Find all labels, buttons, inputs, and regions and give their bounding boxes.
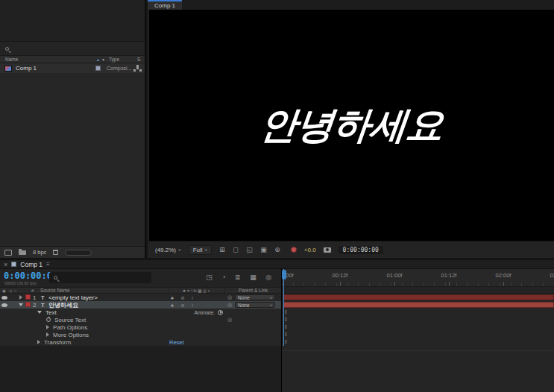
layer-name[interactable]: <empty text layer>: [48, 294, 168, 301]
twirl-icon[interactable]: [16, 295, 25, 300]
transform-label[interactable]: Transform: [44, 339, 71, 346]
layer-number: 2: [33, 302, 41, 309]
column-name[interactable]: Name: [5, 57, 96, 62]
timecode-subtext: 00000 (30.00 fps): [4, 281, 37, 285]
prop-row-more-options[interactable]: More Options: [0, 331, 281, 338]
playhead-handle[interactable]: [282, 270, 286, 279]
parent-value: None: [238, 295, 250, 300]
bit-depth-button[interactable]: 8 bpc: [33, 249, 46, 256]
layer-2-duration-bar[interactable]: [283, 302, 554, 308]
ruler-tick: [503, 282, 504, 286]
prop-row-path-options[interactable]: Path Options: [0, 323, 281, 331]
eye-icon[interactable]: [0, 296, 8, 300]
channels-icon[interactable]: [291, 247, 297, 253]
project-column-header[interactable]: Name ▲ ♦ Type S: [0, 55, 145, 63]
text-group-label[interactable]: Text: [45, 309, 57, 316]
exposure-value[interactable]: +0.0: [304, 247, 316, 253]
column-source-name[interactable]: Source Name: [40, 288, 168, 293]
column-type[interactable]: Type: [109, 57, 137, 62]
column-number: #: [31, 288, 40, 293]
twirl-icon[interactable]: [37, 311, 42, 314]
layer-1-duration-bar[interactable]: [283, 294, 554, 300]
twirl-icon[interactable]: [46, 332, 49, 337]
layer-row-1[interactable]: 1 T <empty text layer> ♣ ⊘ / ◎ None ∨: [0, 294, 281, 301]
parent-dropdown[interactable]: None ∨: [235, 294, 275, 300]
eye-icon[interactable]: [0, 303, 8, 307]
parent-dropdown[interactable]: None ∨: [235, 302, 275, 308]
project-item-comp1[interactable]: Comp 1 Composi...: [0, 63, 145, 73]
twirl-icon[interactable]: [16, 303, 25, 306]
timeline-panel: × Comp 1 ≡ 0:00:00:00 00000 (30.00 fps) …: [0, 260, 554, 392]
snapshot-camera-icon[interactable]: [324, 247, 331, 253]
layer-row-2[interactable]: 2 T 안녕하세요 ♣ ⊘ / ◎ None ∨: [0, 301, 281, 309]
column-size[interactable]: S: [137, 57, 145, 62]
track-row-source-text: I: [282, 316, 554, 323]
project-search-field[interactable]: [0, 42, 145, 55]
prop-row-text-group[interactable]: Text Animate:: [0, 309, 281, 316]
stopwatch-icon[interactable]: [46, 317, 51, 322]
pickwhip-icon[interactable]: ◎: [224, 302, 235, 308]
reset-link[interactable]: Reset: [169, 339, 184, 346]
layer-name[interactable]: 안녕하세요: [48, 301, 168, 309]
layer-outline: 0:00:00:00 00000 (30.00 fps) ◳ ◔ ≣ ▦ ◎ ◉…: [0, 269, 282, 392]
resolution-dropdown[interactable]: Full ∨: [189, 245, 213, 255]
layer-switch-icons[interactable]: ♣ ⊘ /: [168, 295, 224, 300]
ruler-tick: [340, 282, 341, 286]
cti-mark: I: [285, 332, 287, 338]
new-folder-icon[interactable]: [19, 250, 26, 255]
pickwhip-icon[interactable]: ◎: [224, 317, 235, 323]
project-list-empty-area[interactable]: [0, 73, 145, 246]
pickwhip-icon[interactable]: ◎: [224, 294, 235, 300]
layer-switch-icons[interactable]: ♣ ⊘ /: [168, 303, 224, 308]
timeline-search-field[interactable]: [49, 272, 151, 283]
layer-label-chip[interactable]: [25, 294, 33, 301]
sort-asc-icon[interactable]: ▲: [96, 57, 100, 62]
project-preview-area: [0, 0, 145, 42]
path-options-label[interactable]: Path Options: [53, 324, 87, 331]
more-options-label[interactable]: More Options: [53, 332, 89, 338]
layer-outline-empty[interactable]: [0, 346, 281, 392]
interpret-footage-icon[interactable]: [4, 250, 12, 256]
track-area-empty[interactable]: [282, 350, 554, 392]
cti-mark: I: [285, 339, 287, 345]
source-text-label[interactable]: Source Text: [54, 317, 86, 323]
viewer-timecode[interactable]: 0:00:00:00: [339, 246, 383, 254]
close-icon[interactable]: ×: [4, 261, 7, 268]
chevron-down-icon: ∨: [205, 247, 208, 252]
av-features-icons: ◉ ◁ ○: [0, 288, 22, 293]
viewer-tab-comp1[interactable]: Comp 1: [148, 0, 182, 10]
viewer-toolbar: (49.2%) ∨ Full ∨ ⊞ ◻ ◱ ▣ ⊕ +0.0 0:00:00:…: [148, 241, 554, 258]
animate-button[interactable]: Animate:: [194, 310, 223, 315]
label-color-chip[interactable]: [95, 66, 101, 71]
panel-menu-icon[interactable]: ≡: [46, 261, 50, 268]
time-ruler[interactable]: :00f 00:12f 01:00f 01:12f 02:00f 02:12f: [282, 269, 554, 287]
trash-icon[interactable]: [53, 250, 58, 255]
viewer-option-icons[interactable]: ⊞ ◻ ◱ ▣ ⊕: [219, 246, 283, 253]
resolution-value: Full: [193, 247, 203, 253]
composition-canvas[interactable]: 안녕하세요: [149, 10, 554, 241]
twirl-icon[interactable]: [46, 325, 49, 329]
track-row-layer-2: [282, 301, 554, 309]
timeline-tab-label[interactable]: Comp 1: [20, 261, 43, 268]
twirl-icon[interactable]: [37, 340, 40, 344]
ruler-label: 01:00f: [387, 272, 403, 279]
current-time-indicator[interactable]: [283, 269, 284, 346]
prop-row-transform[interactable]: Transform Reset: [0, 338, 281, 346]
track-row-layer-1: [282, 294, 554, 301]
cti-mark: I: [285, 309, 287, 315]
layer-rows: 1 T <empty text layer> ♣ ⊘ / ◎ None ∨: [0, 294, 281, 346]
ruler-label: 02:12f: [550, 272, 554, 279]
parent-cell: None ∨: [235, 294, 281, 300]
cti-mark: I: [285, 317, 287, 323]
label-column-icon[interactable]: ♦: [102, 57, 104, 62]
timeline-toggle-icons[interactable]: ◳ ◔ ≣ ▦ ◎: [206, 274, 275, 281]
layer-label-chip[interactable]: [25, 302, 33, 309]
parent-cell: None ∨: [235, 302, 281, 308]
track-area: :00f 00:12f 01:00f 01:12f 02:00f 02:12f: [282, 269, 554, 392]
prop-row-source-text[interactable]: Source Text ◎: [0, 316, 281, 323]
chevron-down-icon: ∨: [270, 296, 272, 300]
ruler-label: 02:00f: [496, 272, 511, 279]
ruler-tick: [449, 282, 450, 286]
zoom-dropdown[interactable]: (49.2%) ∨: [155, 247, 181, 253]
animate-play-icon[interactable]: [218, 310, 223, 315]
